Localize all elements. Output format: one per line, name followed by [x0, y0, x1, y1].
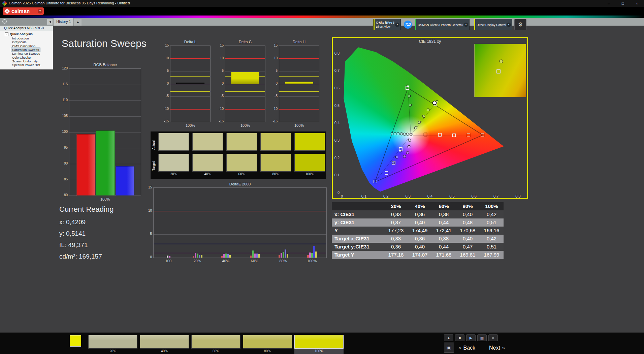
table-cell: 0,38	[432, 210, 456, 218]
rgb-bar-red	[76, 134, 95, 196]
sidebar-item-grayscale[interactable]: Grayscale	[11, 40, 28, 44]
swatch-col-label: 40%	[192, 172, 223, 176]
delta-y-tick: -15	[267, 119, 278, 123]
cie-y-tick: 0,6	[328, 86, 340, 90]
cie-measured-point	[395, 156, 398, 159]
sidebar-item-cms-calibration[interactable]: CMS Calibration	[11, 44, 36, 48]
next-arrows-icon: »	[502, 345, 505, 351]
pattern-button-label: 100%	[294, 349, 344, 354]
delta-y-tick: -5	[267, 94, 278, 98]
pattern-button-60%[interactable]	[191, 335, 240, 349]
cie-measured-point	[399, 150, 402, 153]
delta-y-tick: 5	[267, 69, 278, 72]
swatch-comparison-panel: ActualTarget20%40%60%80%100%	[151, 131, 326, 179]
delta-y-tick: -5	[158, 94, 169, 98]
next-button[interactable]: Next»	[489, 343, 507, 353]
sidebar-item-spectral-power-dist-[interactable]: Spectral Power Dist.	[11, 63, 42, 67]
ref-line-yellow	[154, 244, 326, 244]
close-button[interactable]: ×	[630, 0, 644, 7]
deltae-x-tick: 80%	[277, 259, 290, 263]
minimize-button[interactable]: –	[602, 0, 616, 7]
workflow-title: Quick Analysis NBC sRGB	[0, 26, 53, 31]
deltae-title: DeltaE 2000	[153, 182, 327, 186]
meter-name: X-Rite i1Pro 3	[376, 21, 394, 24]
ref-line-yellow	[279, 76, 319, 77]
link-button[interactable]: ∞	[488, 334, 498, 341]
cie-measured-point	[408, 95, 411, 98]
sidebar-item-screen-uniformity[interactable]: Screen Uniformity	[11, 59, 39, 63]
inset-measured-point	[500, 60, 503, 63]
display-control-accent	[474, 19, 475, 30]
cie-target-point	[385, 171, 388, 175]
workspace-menu-icon[interactable]	[2, 19, 7, 24]
actual-swatch-40%	[192, 133, 223, 151]
table-cell: 0,36	[384, 243, 408, 251]
pattern-button-label: 40%	[140, 349, 189, 354]
pattern-generator-dropdown[interactable]: CalMAN Client 3 Pattern Generator ▼	[415, 19, 470, 30]
sidebar-item-colorchecker[interactable]: ColorChecker	[11, 56, 33, 59]
measurement-table: 20%40%60%80%100%x: CIE310,330,360,380,40…	[332, 202, 504, 259]
cie-x-tick: 0,4	[425, 194, 435, 198]
tab-history-1[interactable]: History 1	[54, 18, 74, 26]
cie-measured-point	[406, 133, 409, 136]
eject-button[interactable]: ▲	[444, 334, 453, 341]
main-menu-chevron-icon[interactable]: ▼	[38, 9, 42, 13]
table-row-label: Y	[332, 227, 384, 235]
delta-bar	[231, 72, 259, 84]
pattern-generator-chevron-icon[interactable]: ▼	[464, 23, 468, 27]
maximize-button[interactable]: □	[616, 0, 630, 7]
rgb-y-tick: 120	[55, 66, 68, 70]
table-cell: 0,33	[384, 210, 408, 218]
gridline	[154, 234, 326, 235]
pattern-button-20%[interactable]	[88, 335, 137, 349]
stop-button[interactable]: ■	[455, 334, 464, 341]
sidebar-item-saturation-sweeps[interactable]: Saturation Sweeps	[11, 48, 40, 52]
table-row: Target Y177,18174,07171,68169,81167,99	[332, 251, 504, 259]
reading-fl: fL: 49,371	[59, 241, 88, 249]
delta-y-tick: 5	[158, 69, 169, 72]
meter-dropdown[interactable]: X-Rite i1Pro 3 Direct View ▼	[373, 19, 401, 30]
display-control-chevron-icon[interactable]: ▼	[507, 23, 511, 27]
tree-root[interactable]: -Quick Analysis	[5, 32, 33, 36]
pattern-button-40%[interactable]	[140, 335, 189, 349]
table-cell: 0,40	[456, 235, 480, 243]
rgb-balance-xlabel: 100%	[69, 197, 141, 201]
play-button[interactable]: ▶	[466, 334, 476, 341]
deltae-bar	[223, 254, 225, 258]
tree-collapse-icon[interactable]: -	[5, 32, 8, 36]
rgb-y-tick: 95	[55, 146, 68, 149]
table-col-header: 80%	[456, 202, 480, 210]
deltae-bar	[195, 253, 196, 258]
delta-y-tick: -5	[213, 94, 224, 98]
active-pattern-swatch[interactable]	[70, 335, 81, 347]
meter-chevron-icon[interactable]: ▼	[395, 23, 399, 27]
deltae-bar	[283, 252, 284, 258]
calman-diamond-icon	[4, 8, 10, 14]
table-cell: 0,36	[408, 210, 432, 218]
actual-swatch-80%	[260, 133, 291, 151]
calman-logo-button[interactable]: calman ▼	[3, 7, 44, 15]
deltae-bar	[279, 255, 280, 258]
reading-cdm2: cd/m²: 169,157	[59, 253, 102, 260]
ref-line-yellow	[170, 76, 210, 77]
cie-x-tick: 0,6	[469, 194, 479, 198]
display-control-dropdown[interactable]: Direct Display Control ▼	[474, 19, 512, 30]
settings-button[interactable]: ⚙	[514, 19, 526, 30]
table-cell: 172,41	[432, 227, 456, 235]
pattern-button-100%[interactable]	[294, 335, 344, 349]
collapse-sidebar-button[interactable]: ◀	[47, 19, 53, 25]
pattern-button-80%[interactable]	[243, 335, 292, 349]
sidebar-item-introduction[interactable]: Introduction	[11, 36, 30, 40]
deltae-bar	[311, 253, 313, 258]
deltae-bar	[281, 253, 282, 258]
save-button[interactable]: ▦	[477, 334, 487, 341]
cie-x-tick: 0	[337, 194, 347, 198]
add-tab-button[interactable]: +	[74, 19, 82, 26]
back-button[interactable]: «Back	[457, 343, 475, 353]
calman-app-window: Calman 2025 Calman Ultimate for Business…	[0, 0, 644, 354]
deltae-bar	[287, 254, 288, 258]
pattern-window-button[interactable]: ▣	[444, 343, 454, 353]
delta-y-tick: 10	[267, 56, 278, 60]
sidebar-item-luminance-sweeps[interactable]: Luminance Sweeps	[11, 52, 41, 55]
deltae-bar	[169, 256, 170, 258]
